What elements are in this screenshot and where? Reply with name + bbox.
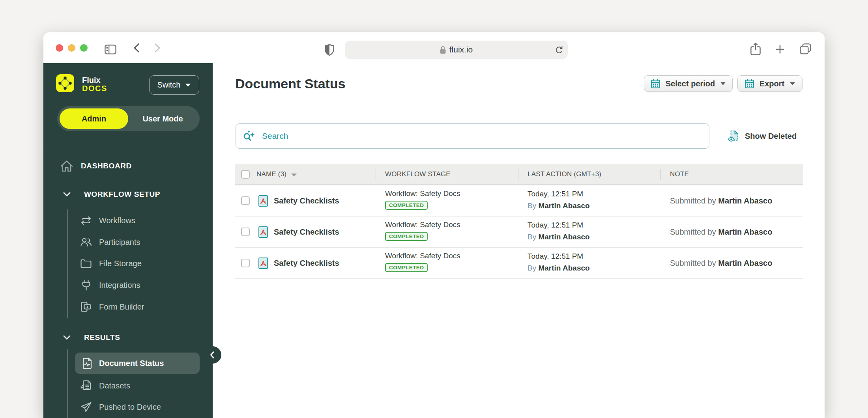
mode-user-button[interactable]: User Mode xyxy=(128,108,197,129)
browser-window: fluix.io xyxy=(43,32,825,418)
sidebar-collapse-button[interactable] xyxy=(204,346,221,364)
status-badge: COMPLETED xyxy=(385,263,428,272)
address-bar[interactable]: fluix.io xyxy=(345,41,568,59)
note-prefix: Submitted by xyxy=(670,259,718,267)
sidebar-item-integrations[interactable]: Integrations xyxy=(80,274,140,296)
sidebar-item-document-status[interactable]: Document Status xyxy=(75,353,200,374)
by-name: Martin Abasco xyxy=(538,233,589,241)
row-checkbox[interactable] xyxy=(241,196,250,205)
pdf-file-icon xyxy=(258,195,268,207)
sidebar-toggle-icon[interactable] xyxy=(105,45,116,54)
sort-descending-icon[interactable] xyxy=(291,173,297,177)
column-header-stage[interactable]: WORKFLOW STAGE xyxy=(385,170,451,178)
select-period-button[interactable]: Select period xyxy=(644,75,733,92)
column-header-note[interactable]: NOTE xyxy=(670,170,689,178)
table-row[interactable]: Safety Checklists Workflow: Safety Docs … xyxy=(235,248,803,279)
action-time: Today, 12:51 PM xyxy=(528,190,590,198)
document-name[interactable]: Safety Checklists xyxy=(274,185,339,216)
search-input[interactable] xyxy=(262,131,688,141)
column-header-name[interactable]: NAME (3) xyxy=(256,170,286,178)
page-title: Document Status xyxy=(235,76,346,91)
chevron-down-icon xyxy=(63,335,71,340)
results-label: RESULTS xyxy=(84,333,120,342)
show-deleted-toggle[interactable]: Show Deleted xyxy=(728,126,797,146)
document-status-label: Document Status xyxy=(99,359,164,368)
table-row[interactable]: Safety Checklists Workflow: Safety Docs … xyxy=(235,185,803,216)
indent-line xyxy=(67,349,68,418)
mode-toggle: Admin User Mode xyxy=(57,106,200,131)
table-header: NAME (3) WORKFLOW STAGE LAST ACTION (GMT… xyxy=(235,164,803,185)
sidebar-item-datasets[interactable]: Datasets xyxy=(80,375,130,396)
new-tab-icon[interactable] xyxy=(775,45,785,54)
column-header-last-action[interactable]: LAST ACTION (GMT+3) xyxy=(528,170,601,178)
main-content: Document Status Select period xyxy=(213,63,825,418)
tab-overview-icon[interactable] xyxy=(800,43,811,54)
pdf-file-icon xyxy=(258,258,268,269)
integrations-label: Integrations xyxy=(99,281,140,290)
datasets-icon xyxy=(80,380,92,392)
last-action-cell: Today, 12:51 PM By Martin Abasco xyxy=(528,221,590,241)
brand-name: Fluix DOCS xyxy=(82,76,107,93)
show-deleted-label: Show Deleted xyxy=(745,132,797,141)
document-name[interactable]: Safety Checklists xyxy=(274,248,339,279)
column-separator xyxy=(660,169,661,180)
share-icon[interactable] xyxy=(750,43,761,55)
by-name: Martin Abasco xyxy=(538,202,589,210)
stage-text: Workflow: Safety Docs xyxy=(385,189,460,198)
search-box xyxy=(236,123,709,149)
traffic-light-close[interactable] xyxy=(56,44,63,52)
sidebar-item-participants[interactable]: Participants xyxy=(80,231,140,253)
show-deleted-icon xyxy=(728,130,740,142)
sidebar-item-file-storage[interactable]: File Storage xyxy=(80,253,142,274)
url-text: fluix.io xyxy=(449,45,473,54)
sidebar-section-workflow-setup[interactable]: WORKFLOW SETUP xyxy=(63,187,160,202)
workflows-icon xyxy=(80,215,92,226)
select-period-label: Select period xyxy=(666,79,715,88)
workflow-stage-cell: Workflow: Safety Docs COMPLETED xyxy=(385,252,460,272)
mode-admin-button[interactable]: Admin xyxy=(60,108,128,129)
privacy-shield-icon[interactable] xyxy=(325,44,334,56)
note-prefix: Submitted by xyxy=(670,228,718,236)
sidebar: Fluix DOCS Switch Admin User Mode xyxy=(43,63,213,418)
note-name: Martin Abasco xyxy=(718,196,772,205)
note-prefix: Submitted by xyxy=(670,196,718,205)
by-prefix: By xyxy=(528,233,538,241)
sidebar-section-results[interactable]: RESULTS xyxy=(63,330,120,345)
switch-label: Switch xyxy=(157,80,181,90)
documents-table: NAME (3) WORKFLOW STAGE LAST ACTION (GMT… xyxy=(235,164,803,279)
sidebar-item-form-builder[interactable]: Form Builder xyxy=(80,296,144,317)
workflows-label: Workflows xyxy=(99,216,135,225)
sidebar-item-workflows[interactable]: Workflows xyxy=(80,210,135,231)
sidebar-item-pushed-to-device[interactable]: Pushed to Device xyxy=(80,396,161,418)
forward-icon[interactable] xyxy=(154,43,161,53)
sidebar-item-dashboard[interactable]: DASHBOARD xyxy=(60,158,132,174)
form-builder-icon xyxy=(80,301,92,312)
calendar-icon xyxy=(651,78,660,89)
column-separator xyxy=(376,169,376,180)
document-name[interactable]: Safety Checklists xyxy=(274,216,339,248)
row-checkbox[interactable] xyxy=(241,228,250,236)
sidebar-divider xyxy=(43,144,213,144)
file-storage-label: File Storage xyxy=(99,259,142,268)
note-cell: Submitted by Martin Abasco xyxy=(670,216,772,248)
action-time: Today, 12:51 PM xyxy=(528,221,590,230)
home-icon xyxy=(60,159,73,173)
switch-button[interactable]: Switch xyxy=(149,75,199,95)
stage-text: Workflow: Safety Docs xyxy=(385,252,460,260)
export-button[interactable]: Export xyxy=(737,75,803,92)
plug-icon xyxy=(80,280,92,291)
last-action-cell: Today, 12:51 PM By Martin Abasco xyxy=(528,252,590,272)
row-checkbox[interactable] xyxy=(241,259,250,267)
search-icon xyxy=(243,130,256,142)
back-icon[interactable] xyxy=(133,43,140,53)
datasets-label: Datasets xyxy=(99,381,130,390)
stage-text: Workflow: Safety Docs xyxy=(385,220,460,229)
select-all-checkbox[interactable] xyxy=(241,170,250,179)
reload-icon[interactable] xyxy=(556,45,563,54)
table-row[interactable]: Safety Checklists Workflow: Safety Docs … xyxy=(235,216,803,248)
action-time: Today, 12:51 PM xyxy=(528,252,590,261)
traffic-light-zoom[interactable] xyxy=(80,44,88,52)
pushed-to-device-label: Pushed to Device xyxy=(99,403,161,412)
traffic-light-minimize[interactable] xyxy=(68,44,75,52)
by-prefix: By xyxy=(528,264,538,272)
